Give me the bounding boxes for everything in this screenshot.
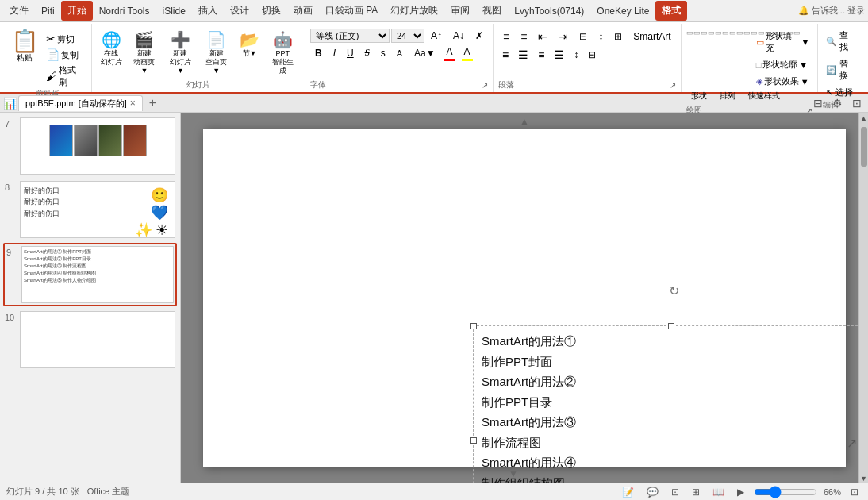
- text-box[interactable]: SmartArt的用法① 制作PPT封面 SmartArt的用法② 制作PPT目…: [473, 325, 868, 483]
- menu-view[interactable]: 视图: [476, 1, 508, 21]
- change-case-button[interactable]: Aa▼: [409, 46, 440, 60]
- menu-home[interactable]: 开始: [61, 1, 93, 21]
- align-left-button[interactable]: ≡: [498, 46, 513, 63]
- menu-piti[interactable]: Piti: [35, 2, 61, 20]
- new-tab-button[interactable]: +: [144, 94, 161, 112]
- clear-format-button[interactable]: ✗: [470, 29, 488, 43]
- align-center-button[interactable]: ☰: [514, 46, 532, 63]
- slide-item-8[interactable]: 8 耐好的伤口 耐好的伤口 耐好的伤口 🙂 💙 ☀ ✨: [3, 179, 177, 240]
- new-blank-button[interactable]: 📄 新建 空白页▼: [199, 29, 233, 76]
- shapes-button[interactable]: 形状: [686, 89, 712, 103]
- align-text-button[interactable]: ⊞: [609, 29, 627, 44]
- statusbar-right: 📝 💬 ⊡ ⊞ 📖 ▶ 66% ⊡: [619, 486, 862, 498]
- text-box-content: SmartArt的用法① 制作PPT封面 SmartArt的用法② 制作PPT目…: [474, 326, 868, 483]
- view-normal-button[interactable]: ⊡: [668, 487, 682, 498]
- replace-button[interactable]: 🔄替换: [823, 57, 860, 83]
- file-tab[interactable]: pptB5E.pptm [自动保存的] ×: [18, 95, 143, 111]
- zoom-fit-button[interactable]: ⊡: [847, 487, 862, 498]
- theme-name: Office 主题: [87, 486, 130, 498]
- italic-button[interactable]: I: [328, 46, 340, 60]
- slide-item-10[interactable]: 10: [3, 310, 177, 370]
- menu-pocket[interactable]: 口袋动画 PA: [319, 1, 384, 21]
- collapse-ribbon-icon[interactable]: ⊟: [810, 96, 826, 110]
- quick-styles-button[interactable]: 快速样式: [743, 89, 785, 103]
- settings-icon[interactable]: ⚙: [829, 96, 846, 110]
- handle-tc[interactable]: [668, 323, 674, 329]
- copy-button[interactable]: 📄复制: [44, 48, 87, 62]
- line-spacing-button[interactable]: ↕: [570, 47, 582, 63]
- font-size-select[interactable]: 24: [391, 29, 424, 43]
- font-shrink-button[interactable]: A↓: [448, 29, 469, 43]
- find-button[interactable]: 🔍查找: [823, 29, 860, 54]
- menu-insert[interactable]: 插入: [192, 1, 224, 21]
- slide-info: 幻灯片 9 / 共 10 张: [6, 486, 79, 498]
- ribbon-group-draw: ▭▭▭▭▭▭▭▭▭▭▭▭▭▭▭▭ ▭形状填充▼ □形状轮廓▼ ◈形状效果▼ 形状: [682, 24, 819, 92]
- view-slideshow-button[interactable]: ▶: [734, 487, 747, 498]
- menu-islide[interactable]: iSlide: [156, 2, 191, 20]
- slide-item-7[interactable]: 7: [3, 116, 177, 176]
- smartart-button[interactable]: SmartArt: [628, 29, 675, 44]
- menu-transitions[interactable]: 切换: [255, 1, 287, 21]
- numbering-button[interactable]: ≡: [516, 29, 532, 44]
- menubar: 文件 Piti 开始 Nordri Tools iSlide 插入 设计 切换 …: [0, 0, 868, 22]
- col-spacing-button[interactable]: ⊟: [584, 47, 600, 63]
- menu-format[interactable]: 格式: [655, 1, 687, 21]
- columns-button[interactable]: ⊟: [574, 29, 592, 44]
- text-dir-button[interactable]: ↕: [593, 29, 608, 44]
- ppt-ai-button[interactable]: 🤖 PPT 智能生成: [265, 29, 300, 76]
- menu-file[interactable]: 文件: [3, 1, 35, 21]
- shadow-button[interactable]: s: [376, 46, 390, 60]
- handle-tl[interactable]: [470, 323, 477, 329]
- strikethrough-button[interactable]: S: [360, 45, 374, 60]
- view-sort-button[interactable]: ⊞: [689, 487, 703, 498]
- ribbon-group-font: 等线 (正文) 24 A↑ A↓ ✗ B I U S s A Aa▼: [305, 24, 494, 92]
- menu-design[interactable]: 设计: [224, 1, 255, 21]
- notes-button[interactable]: 📝: [619, 487, 637, 498]
- comments-button[interactable]: 💬: [643, 487, 662, 498]
- paste-button[interactable]: 📋 粘贴: [8, 29, 42, 65]
- menu-lvyh[interactable]: LvyhTools(0714): [508, 2, 590, 20]
- underline-button[interactable]: U: [342, 46, 359, 60]
- justify-button[interactable]: ☰: [550, 46, 568, 63]
- section-button[interactable]: 📂 节▼: [235, 29, 263, 60]
- font-color-button[interactable]: A: [442, 44, 458, 59]
- font-grow-button[interactable]: A↑: [426, 29, 447, 43]
- shape-outline-button[interactable]: □形状轮廓▼: [753, 57, 813, 72]
- menu-review[interactable]: 审阅: [444, 1, 476, 21]
- slide-number-8: 8: [5, 181, 17, 192]
- menu-slideshow[interactable]: 幻灯片放映: [384, 1, 444, 21]
- decrease-indent-button[interactable]: ⇤: [533, 29, 552, 44]
- highlight-button[interactable]: A: [459, 44, 475, 59]
- zoom-slider[interactable]: [754, 486, 817, 498]
- shape-fill-button[interactable]: ▭形状填充▼: [753, 29, 813, 56]
- slide-item-9[interactable]: 9 SmartArt的用法① 制作PPT封面 SmartArt的用法② 制作PP…: [3, 243, 177, 306]
- ribbon-group-edit: 🔍查找 🔄替换 ↖选择 编辑: [818, 24, 865, 92]
- menu-onekey[interactable]: OneKey Lite: [590, 2, 655, 20]
- ribbon-group-para: ≡ ≡ ⇤ ⇥ ⊟ ↕ ⊞ SmartArt ≡ ☰ ≡ ☰ ↕ ⊟: [494, 24, 682, 92]
- right-scrollbar[interactable]: ▲ ▼: [858, 113, 868, 483]
- new-slide-button[interactable]: ➕ 新建 幻灯片▼: [163, 29, 198, 76]
- ppt-icon: 📊: [3, 97, 17, 110]
- menu-nordri[interactable]: Nordri Tools: [93, 2, 156, 20]
- new-anim-button[interactable]: 🎬 新建 动画页▼: [127, 29, 161, 76]
- align-right-button[interactable]: ≡: [534, 46, 548, 63]
- view-reading-button[interactable]: 📖: [709, 487, 728, 498]
- cut-button[interactable]: ✂剪切: [44, 32, 87, 46]
- font-name-select[interactable]: 等线 (正文): [310, 29, 390, 43]
- scroll-up-button[interactable]: ▲: [520, 116, 529, 127]
- slide-thumb-8: 耐好的伤口 耐好的伤口 耐好的伤口 🙂 💙 ☀ ✨: [20, 181, 175, 238]
- expand-icon[interactable]: ⊡: [849, 96, 865, 110]
- ribbon-group-paste: 📋 粘贴 ✂剪切 📄复制 🖌格式刷 剪贴板: [3, 24, 92, 92]
- bold-button[interactable]: B: [310, 46, 327, 60]
- format-paint-button[interactable]: 🖌格式刷: [44, 63, 87, 89]
- increase-indent-button[interactable]: ⇥: [554, 29, 573, 44]
- online-slide-button[interactable]: 🌐 在线 幻灯片: [97, 29, 125, 68]
- file-close-icon[interactable]: ×: [130, 98, 136, 109]
- handle-ml[interactable]: [470, 437, 477, 444]
- menu-animations[interactable]: 动画: [287, 1, 319, 21]
- shape-effect-button[interactable]: ◈形状效果▼: [753, 74, 813, 89]
- char-space-button[interactable]: A: [392, 47, 408, 60]
- scroll-down-button[interactable]: ▼: [509, 468, 518, 479]
- arrange-button[interactable]: 排列: [715, 89, 740, 103]
- bullets-button[interactable]: ≡: [498, 29, 514, 44]
